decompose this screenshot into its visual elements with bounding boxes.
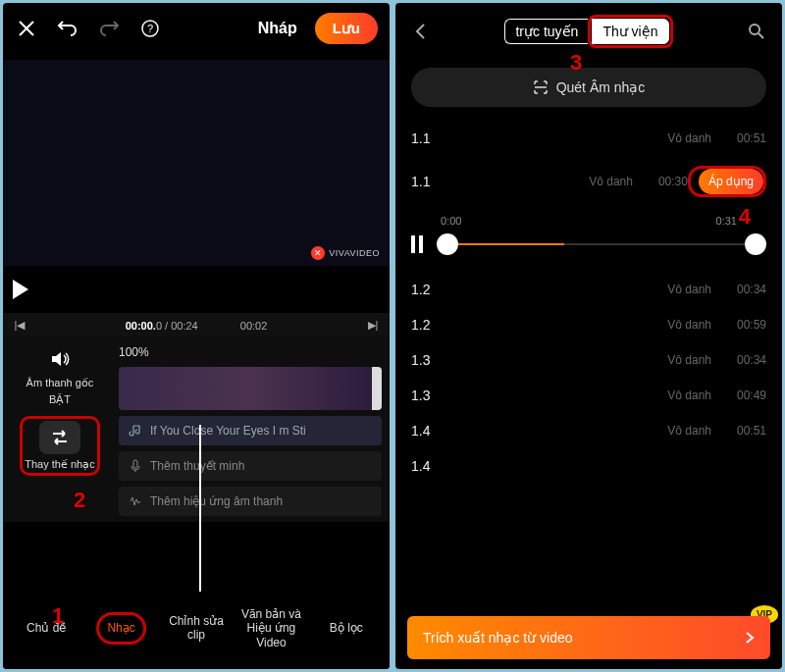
player-start: 0:00 (441, 215, 461, 227)
watermark[interactable]: ✕ VIVAVIDEO (311, 246, 380, 260)
song-duration: 00:49 (723, 388, 766, 402)
redo-icon[interactable] (97, 17, 121, 40)
song-artist: Vô danh (589, 175, 633, 188)
inline-player: 0:000:31 (395, 207, 782, 272)
watermark-close-icon[interactable]: ✕ (311, 246, 325, 260)
video-preview[interactable]: ✕ VIVAVIDEO (3, 60, 390, 266)
voiceover-label: Thêm thuyết minh (150, 459, 244, 473)
tab-theme[interactable]: Chủ đề (9, 615, 83, 641)
scan-icon (533, 79, 549, 95)
song-row[interactable]: 1.1Vô danh00:30Áp dụng (395, 156, 782, 207)
original-audio-state: BẬT (49, 393, 71, 406)
source-segmented: trực tuyến Thư viện (504, 15, 672, 48)
prev-frame-icon[interactable]: |◀ (11, 319, 28, 332)
svg-point-3 (750, 25, 759, 34)
music-track-label: If You Close Your Eyes I m Sti (150, 424, 306, 438)
chevron-right-icon (745, 631, 755, 645)
song-artist: Vô danh (667, 131, 711, 145)
apply-button[interactable]: Áp dụng (699, 169, 763, 194)
callout-3: Thư viện (588, 15, 672, 48)
song-row[interactable]: 1.3Vô danh00:49 (395, 378, 782, 413)
help-icon[interactable]: ? (138, 17, 162, 40)
undo-icon[interactable] (56, 17, 79, 40)
music-track[interactable]: If You Close Your Eyes I m Sti (119, 416, 382, 445)
song-row[interactable]: 1.3Vô danh00:34 (395, 342, 782, 378)
draft-label[interactable]: Nháp (258, 20, 297, 37)
tab-music[interactable]: Nhạc (83, 606, 158, 649)
tab-text[interactable]: Văn bản và Hiệu ứng Video (234, 601, 308, 655)
extract-music-button[interactable]: Trích xuất nhạc từ video (407, 616, 770, 659)
watermark-text: VIVAVIDEO (329, 248, 380, 258)
voiceover-track[interactable]: Thêm thuyết minh (119, 451, 382, 481)
video-clip-strip[interactable] (119, 367, 382, 410)
audio-column: Âm thanh gốc BẬT Thay thế nhạc (11, 345, 109, 522)
tracks-column: 100% If You Close Your Eyes I m Sti Thêm… (119, 345, 382, 522)
song-name: 1.2 (411, 282, 470, 297)
editor-panel: Âm thanh gốc BẬT Thay thế nhạc 100% If Y… (3, 336, 390, 522)
replace-music-button[interactable]: Thay thế nhạc (25, 421, 94, 471)
callout-2: Thay thế nhạc (20, 416, 99, 476)
svg-rect-2 (133, 460, 137, 468)
song-name: 1.3 (411, 388, 470, 403)
annotation-3: 3 (570, 50, 582, 76)
song-duration: 00:51 (723, 424, 766, 438)
song-row[interactable]: 1.1Vô danh00:51 (395, 121, 782, 156)
editor-screen: ? Nháp Lưu ✕ VIVAVIDEO |◀ 00:00.0 / 00:2… (3, 3, 390, 669)
scan-music-button[interactable]: Quét Âm nhạc (411, 68, 766, 107)
song-row[interactable]: 1.2Vô danh00:34 (395, 272, 782, 307)
song-artist: Vô danh (667, 353, 711, 367)
back-icon[interactable] (409, 20, 433, 43)
replace-music-label: Thay thế nhạc (25, 458, 94, 471)
song-duration: 00:34 (723, 283, 766, 296)
playhead[interactable] (199, 425, 201, 592)
next-frame-icon[interactable]: ▶| (364, 319, 382, 332)
song-name: 1.3 (411, 352, 470, 368)
seg-online[interactable]: trực tuyến (504, 19, 588, 44)
song-name: 1.4 (411, 458, 470, 474)
topbar: ? Nháp Lưu (3, 3, 390, 54)
song-name: 1.4 (411, 423, 470, 439)
seg-library[interactable]: Thư viện (592, 19, 668, 44)
play-row (3, 266, 390, 313)
song-duration: 00:34 (723, 353, 766, 367)
song-list: 1.1Vô danh00:511.1Vô danh00:30Áp dụng0:0… (395, 121, 782, 484)
annotation-4: 4 (739, 204, 751, 230)
song-artist: Vô danh (667, 388, 711, 402)
callout-1: Nhạc (96, 612, 145, 644)
trim-handle-left[interactable] (437, 233, 458, 255)
sfx-label: Thêm hiệu ứng âm thanh (150, 494, 283, 508)
play-icon[interactable] (13, 280, 28, 299)
sfx-track[interactable]: Thêm hiệu ứng âm thanh (119, 487, 382, 516)
song-row[interactable]: 1.2Vô danh00:59 (395, 307, 782, 342)
callout-4: Áp dụng (688, 166, 766, 197)
song-duration: 00:59 (723, 318, 766, 332)
song-artist: Vô danh (667, 283, 711, 296)
song-artist: Vô danh (667, 318, 711, 332)
song-duration: 00:51 (723, 131, 766, 145)
trim-slider[interactable] (437, 233, 766, 256)
music-note-icon (129, 424, 142, 438)
original-audio-toggle[interactable]: Âm thanh gốc BẬT (11, 345, 109, 406)
song-row[interactable]: 1.4Vô danh00:51 (395, 413, 782, 448)
song-name: 1.1 (411, 174, 470, 189)
save-button[interactable]: Lưu (315, 13, 378, 44)
scan-label: Quét Âm nhạc (556, 79, 646, 95)
wave-icon (129, 494, 142, 508)
timeline-bar: |◀ 00:00.0 / 00:24 00:02 ▶| (3, 313, 390, 336)
song-duration: 00:30 (645, 175, 688, 188)
song-artist: Vô danh (667, 424, 711, 438)
svg-text:?: ? (147, 23, 153, 34)
close-icon[interactable] (15, 17, 38, 40)
extract-label: Trích xuất nhạc từ video (423, 630, 573, 646)
tab-clip[interactable]: Chỉnh sửa clip (159, 608, 234, 648)
song-row[interactable]: 1.4 (395, 448, 782, 484)
library-topbar: trực tuyến Thư viện (395, 3, 782, 60)
player-end: 0:31 (716, 215, 737, 227)
tab-filter[interactable]: Bộ lọc (309, 615, 384, 641)
trim-handle-right[interactable] (745, 233, 766, 255)
pause-icon[interactable] (411, 235, 423, 253)
annotation-2: 2 (74, 488, 85, 513)
song-name: 1.2 (411, 317, 470, 333)
search-icon[interactable] (745, 20, 768, 43)
swap-icon (49, 429, 71, 446)
